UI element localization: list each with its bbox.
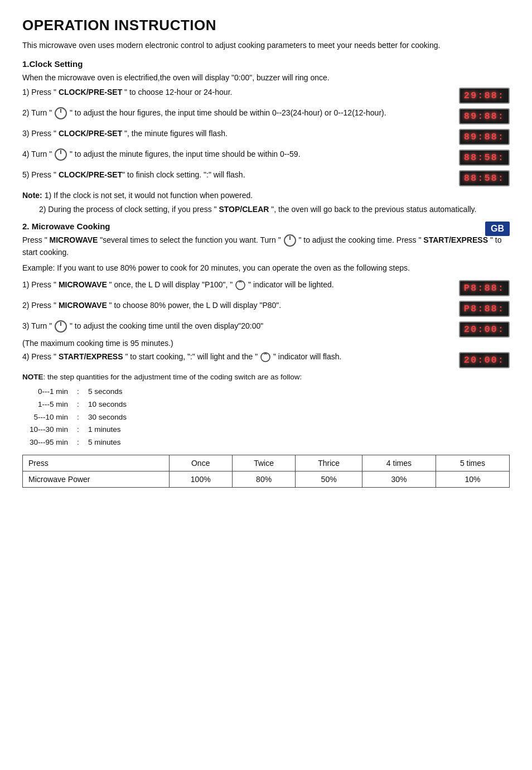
clock-step-3: 3) Press " CLOCK/PRE-SET ", the minute f… [22,128,510,145]
clock-note-1: Note: 1) If the clock is not set, it wou… [22,190,510,202]
clock-display-1-value: 29:88: [464,90,505,101]
clock-step-4-text: 4) Turn " " to adjust the minute figures… [22,148,459,161]
note-row-2-sep: : [72,398,84,411]
clock-step-1-text: 1) Press " CLOCK/PRE-SET " to choose 12-… [22,86,459,99]
chart-header-4times: 4 times [362,455,436,471]
antenna-icon-1 [235,280,246,291]
mw-step-1-button: MICROWAVE [59,280,107,289]
mw-display-1-value: P8:88: [464,283,505,293]
chart-val-50: 50% [296,471,362,488]
clock-display-2: 89:88: [459,108,510,124]
chart-val-30: 30% [362,471,436,488]
clock-step-3-button: CLOCK/PRE-SET [59,129,122,138]
mw-note-section: NOTE: the step quantities for the adjust… [22,372,510,450]
chart-header-5times: 5 times [436,455,509,471]
mw-step-2-thrice: " to choose 80% power, the L D will disp… [107,301,281,310]
clock-display-4: 88:58: [459,150,510,166]
chart-header-press: Press [23,455,170,471]
note-row-3: 5---10 min : 30 seconds [22,411,510,424]
mw-step-4-mid: " to start cooking, ":" will light and t… [123,352,258,361]
note-row-5: 30---95 min : 5 minutes [22,436,510,449]
clock-step-4-num: 4) Turn " [22,150,54,158]
chart-header-thrice: Thrice [296,455,362,471]
clock-heading: 1.Clock Setting [22,59,510,69]
power-chart-table: Press Once Twice Thrice 4 times 5 times … [22,455,510,488]
clock-step-3-suffix: ", the minute figures will flash. [122,129,228,138]
clock-step-3-num: 3) Press " [22,129,59,138]
clock-step-5-button: CLOCK/PRE-SET [59,170,122,179]
mw-display-4-value: 20:00: [464,355,505,365]
mw-step-4-text: 4) Press " START/EXPRESS " to start cook… [22,351,459,363]
clock-display-5-value: 88:58: [464,173,505,184]
clock-display-2-value: 89:88: [464,111,505,122]
mw-display-1: P8:88: [459,280,510,296]
chart-val-100: 100% [169,471,232,488]
mw-step-4-button: START/EXPRESS [59,352,123,361]
mw-step-3-text: 3) Turn " " to adjust the cooking time u… [22,320,459,333]
mw-step-4-pre: 4) Press " [22,352,59,361]
clock-step-2-text: 2) Turn " " to adjust the hour figures, … [22,107,459,119]
knob-icon-4 [55,148,67,161]
note-row-2-range: 1---5 min [22,398,72,411]
clock-step-5-text: 5) Press " CLOCK/PRE-SET" to finish cloc… [22,169,459,181]
mw-step-3-post: " to adjust the cooking time until the o… [67,321,263,330]
mw-step-2-pre: 2) Press " [22,301,59,310]
clock-step-5: 5) Press " CLOCK/PRE-SET" to finish cloc… [22,169,510,186]
mw-display-3-value: 20:00: [464,324,505,335]
mw-step-1-pre: 1) Press " [22,280,59,289]
chart-header-once: Once [169,455,232,471]
mw-step-3-note-text: (The maximum cooking time is 95 minutes.… [22,339,173,348]
note-row-4-sep: : [72,424,84,436]
mw-step-1-mid: " once, the L D will display "P100", " "… [107,280,334,289]
clock-display-3-value: 89:88: [464,132,505,142]
note-row-3-sep: : [72,411,84,424]
mw-step-2-button: MICROWAVE [59,301,107,310]
page-title: OPERATION INSTRUCTION [22,17,510,34]
note-row-1-sep: : [72,386,84,398]
clock-step-2-suffix: " to adjust the hour figures, the input … [67,108,386,117]
clock-step-2: 2) Turn " " to adjust the hour figures, … [22,107,510,124]
power-chart-header-row: Press Once Twice Thrice 4 times 5 times [23,455,510,471]
note-row-1-range: 0---1 min [22,386,72,398]
microwave-desc-button2: START/EXPRESS [423,235,488,244]
mw-step-1-text: 1) Press " MICROWAVE " once, the L D wil… [22,279,459,291]
microwave-description: Press " MICROWAVE "several times to sele… [22,234,510,259]
clock-step-2-num: 2) Turn " [22,108,54,117]
mw-step-4: 4) Press " START/EXPRESS " to start cook… [22,351,510,368]
power-chart-row-1: Microwave Power 100% 80% 50% 30% 10% [23,471,510,488]
note-row-1: 0---1 min : 5 seconds [22,386,510,398]
microwave-section: GB 2. Microwave Cooking Press " MICROWAV… [22,222,510,449]
microwave-heading: 2. Microwave Cooking [22,222,110,231]
microwave-desc-button1: MICROWAVE [50,235,98,244]
clock-notes: Note: 1) If the clock is not set, it wou… [22,190,510,216]
mw-step-4-post: " indicator will flash. [273,352,341,361]
note-row-4: 10---30 min : 1 minutes [22,424,510,436]
gb-badge: GB [485,222,510,236]
note-row-4-range: 10---30 min [22,424,72,436]
note-row-2: 1---5 min : 10 seconds [22,398,510,411]
clock-step-1: 1) Press " CLOCK/PRE-SET " to choose 12-… [22,86,510,104]
clock-display-1: 29:88: [459,88,510,104]
clock-display-5: 88:58: [459,170,510,186]
clock-step-4-suffix: " to adjust the minute figures, the inpu… [67,150,300,158]
knob-icon-mw3 [55,320,67,333]
clock-step-1-suffix: " to choose 12-hour or 24-hour. [122,88,232,97]
note-row-3-range: 5---10 min [22,411,72,424]
mw-display-4: 20:00: [459,352,510,368]
clock-step-5-suffix: " to finish clock setting. ":" will flas… [122,170,245,179]
clock-step-1-num: 1) Press " [22,88,59,97]
clock-display-4-value: 88:58: [464,152,505,163]
clock-description: When the microwave oven is electrified,t… [22,72,510,84]
chart-val-10: 10% [436,471,509,488]
mw-step-3: 3) Turn " " to adjust the cooking time u… [22,320,510,348]
clock-setting-section: 1.Clock Setting When the microwave oven … [22,59,510,216]
mw-step-1: 1) Press " MICROWAVE " once, the L D wil… [22,279,510,296]
mw-step-2: 2) Press " MICROWAVE " to choose 80% pow… [22,300,510,317]
clock-step-1-button: CLOCK/PRE-SET [59,88,122,97]
knob-icon-2 [55,107,67,119]
intro-text: This microwave oven uses modern electron… [22,40,510,51]
note-row-4-val: 1 minutes [84,424,121,436]
note-row-3-val: 30 seconds [84,411,127,424]
mw-note-intro: NOTE: the step quantities for the adjust… [22,372,510,383]
note-row-5-sep: : [72,436,84,449]
